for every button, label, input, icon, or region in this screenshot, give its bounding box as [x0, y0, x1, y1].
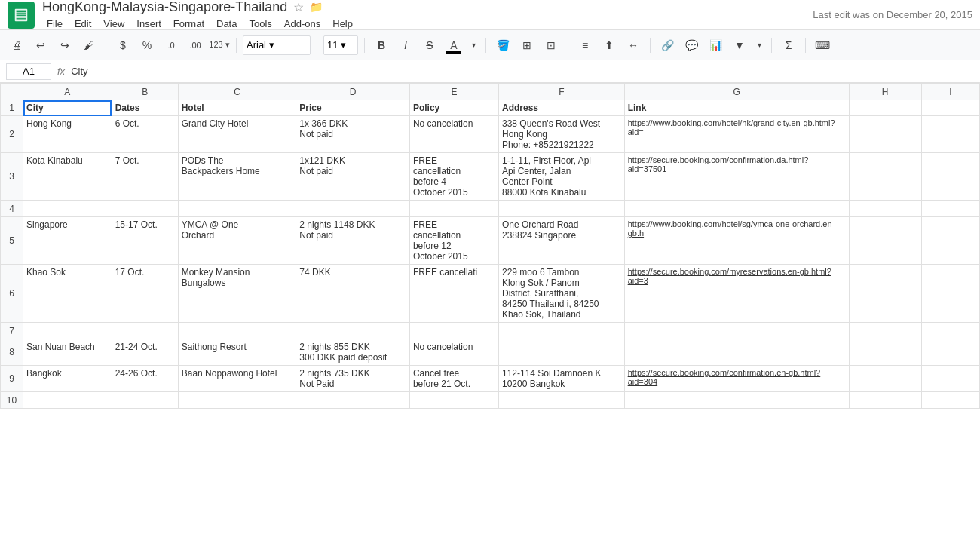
text-color-button[interactable]: A: [443, 35, 464, 56]
cell-b1[interactable]: Dates: [112, 100, 178, 116]
cell-d10[interactable]: [296, 392, 410, 409]
print-button[interactable]: 🖨: [6, 35, 27, 56]
undo-button[interactable]: ↩: [30, 35, 51, 56]
cell-f3[interactable]: 1-1-11, First Floor, ApiApi Center, Jala…: [498, 153, 624, 201]
cell-d4[interactable]: [296, 201, 410, 217]
cell-h8[interactable]: [849, 339, 921, 366]
cell-a3[interactable]: Kota Kinabalu: [23, 153, 112, 201]
menu-view[interactable]: View: [99, 17, 129, 31]
text-color-dropdown[interactable]: ▾: [467, 35, 479, 56]
filter-dropdown[interactable]: ▾: [753, 35, 765, 56]
folder-icon[interactable]: 📁: [310, 1, 323, 13]
cell-a10[interactable]: [23, 392, 112, 409]
cell-h9[interactable]: [849, 366, 921, 392]
cell-f8[interactable]: [498, 339, 624, 366]
cell-e5[interactable]: FREEcancellationbefore 12October 2015: [409, 217, 498, 265]
cell-h3[interactable]: [849, 153, 921, 201]
cell-h4[interactable]: [849, 201, 921, 217]
cell-f1[interactable]: Address: [498, 100, 624, 116]
cell-e9[interactable]: Cancel freebefore 21 Oct.: [409, 366, 498, 392]
cell-e2[interactable]: No cancelation: [409, 116, 498, 153]
cell-g1[interactable]: Link: [624, 100, 849, 116]
cell-i7[interactable]: [921, 323, 979, 339]
comment-button[interactable]: 💬: [681, 35, 702, 56]
cell-e6[interactable]: FREE cancellati: [409, 265, 498, 323]
cell-g9[interactable]: https://secure.booking.com/confirmation.…: [624, 366, 849, 392]
menu-addons[interactable]: Add-ons: [280, 17, 325, 31]
cell-c10[interactable]: [178, 392, 296, 409]
cell-h7[interactable]: [849, 323, 921, 339]
currency-button[interactable]: $: [112, 35, 133, 56]
cell-c1[interactable]: Hotel: [178, 100, 296, 116]
increase-decimal-button[interactable]: .00: [185, 35, 206, 56]
cell-b2[interactable]: 6 Oct.: [112, 116, 178, 153]
cell-d5[interactable]: 2 nights 1148 DKKNot paid: [296, 217, 410, 265]
cell-i6[interactable]: [921, 265, 979, 323]
cell-g3[interactable]: https://secure.booking.com/confirmation.…: [624, 153, 849, 201]
cell-a7[interactable]: [23, 323, 112, 339]
cell-d1[interactable]: Price: [296, 100, 410, 116]
col-header-d[interactable]: D: [296, 84, 410, 100]
cell-f2[interactable]: 338 Queen's Road WestHong KongPhone: +85…: [498, 116, 624, 153]
align-button[interactable]: ≡: [574, 35, 596, 56]
cell-b9[interactable]: 24-26 Oct.: [112, 366, 178, 392]
cell-e3[interactable]: FREEcancellationbefore 4October 2015: [409, 153, 498, 201]
cell-e4[interactable]: [409, 201, 498, 217]
cell-c2[interactable]: Grand City Hotel: [178, 116, 296, 153]
font-selector[interactable]: Arial ▾: [243, 35, 311, 55]
decrease-decimal-button[interactable]: .0: [161, 35, 182, 56]
paint-format-button[interactable]: 🖌: [78, 35, 100, 56]
cell-g4[interactable]: [624, 201, 849, 217]
cell-a2[interactable]: Hong Kong: [23, 116, 112, 153]
cell-f6[interactable]: 229 moo 6 TambonKlong Sok / PanomDistric…: [498, 265, 624, 323]
cell-e1[interactable]: Policy: [409, 100, 498, 116]
link-button[interactable]: 🔗: [657, 35, 678, 56]
col-header-h[interactable]: H: [849, 84, 921, 100]
cell-a6[interactable]: Khao Sok: [23, 265, 112, 323]
menu-format[interactable]: Format: [169, 17, 209, 31]
input-tools-button[interactable]: ⌨: [812, 35, 833, 56]
cell-d7[interactable]: [296, 323, 410, 339]
cell-g7[interactable]: [624, 323, 849, 339]
borders-button[interactable]: ⊞: [516, 35, 537, 56]
cell-g6[interactable]: https://secure.booking.com/myreservation…: [624, 265, 849, 323]
font-size-selector[interactable]: 11 ▾: [323, 35, 358, 55]
menu-file[interactable]: File: [42, 17, 67, 31]
cell-f4[interactable]: [498, 201, 624, 217]
cell-d2[interactable]: 1x 366 DKKNot paid: [296, 116, 410, 153]
cell-f10[interactable]: [498, 392, 624, 409]
cell-b10[interactable]: [112, 392, 178, 409]
cell-h10[interactable]: [849, 392, 921, 409]
chart-button[interactable]: 📊: [705, 35, 726, 56]
cell-h6[interactable]: [849, 265, 921, 323]
cell-h1[interactable]: [849, 100, 921, 116]
cell-reference-input[interactable]: [6, 63, 51, 80]
col-header-g[interactable]: G: [624, 84, 849, 100]
cell-a4[interactable]: [23, 201, 112, 217]
functions-button[interactable]: Σ: [778, 35, 799, 56]
wrap-button[interactable]: ↔: [623, 35, 644, 56]
cell-e10[interactable]: [409, 392, 498, 409]
cell-g10[interactable]: [624, 392, 849, 409]
cell-a1[interactable]: City: [23, 100, 112, 116]
cell-c3[interactable]: PODs TheBackpackers Home: [178, 153, 296, 201]
cell-i8[interactable]: [921, 339, 979, 366]
cell-b5[interactable]: 15-17 Oct.: [112, 217, 178, 265]
col-header-f[interactable]: F: [498, 84, 624, 100]
cell-i1[interactable]: [921, 100, 979, 116]
percent-button[interactable]: %: [136, 35, 158, 56]
cell-h2[interactable]: [849, 116, 921, 153]
cell-g5[interactable]: https://www.booking.com/hotel/sg/ymca-on…: [624, 217, 849, 265]
cell-i4[interactable]: [921, 201, 979, 217]
cell-c5[interactable]: YMCA @ OneOrchard: [178, 217, 296, 265]
cell-c6[interactable]: Monkey MansionBungalows: [178, 265, 296, 323]
more-formats-button[interactable]: 123 ▾: [209, 35, 230, 56]
redo-button[interactable]: ↪: [54, 35, 75, 56]
menu-data[interactable]: Data: [212, 17, 241, 31]
cell-g8[interactable]: [624, 339, 849, 366]
cell-f9[interactable]: 112-114 Soi Damnoen K10200 Bangkok: [498, 366, 624, 392]
merge-cells-button[interactable]: ⊡: [541, 35, 562, 56]
cell-i9[interactable]: [921, 366, 979, 392]
star-icon[interactable]: ☆: [293, 0, 304, 14]
cell-a8[interactable]: San Nuan Beach: [23, 339, 112, 366]
